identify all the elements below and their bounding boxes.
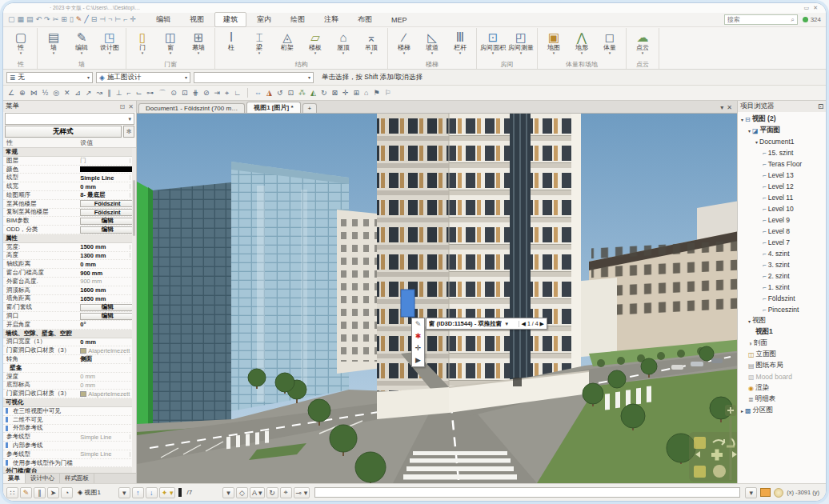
command-input[interactable] (314, 487, 740, 498)
tree-item-视图 (2)[interactable]: ▾⊟视图 (2) (738, 114, 826, 125)
ribbon-button-楼板[interactable]: ▱楼板▾ (302, 29, 329, 56)
tab-编辑[interactable]: 编辑 (147, 12, 179, 27)
ribbon-button-栏杆[interactable]: Ⅲ栏杆▾ (447, 29, 474, 56)
new-icon[interactable]: ▢ (8, 16, 15, 23)
snap-icon-11[interactable]: ⊥ (116, 90, 122, 97)
property-row-2[interactable]: 颜色 (3, 166, 136, 174)
properties-scrollbar[interactable] (132, 148, 136, 473)
cursor-icon[interactable]: ➤ (47, 487, 59, 498)
property-row-13[interactable]: 轴线距离0 mm (3, 260, 136, 269)
offset-icon[interactable]: ⌐ (123, 16, 127, 23)
tree-item-分区图[interactable]: ▸▩分区图 (738, 405, 826, 416)
doc-tab-Document1 - Földszint (700 m…[interactable]: Document1 - Földszint (700 m… (138, 103, 245, 113)
snap-target-icon[interactable]: ⌖ (280, 487, 292, 498)
ribbon-button-柱[interactable]: Ⅰ柱 (218, 29, 245, 52)
ribbon-button-设计图[interactable]: ◳设计图▾ (96, 29, 123, 56)
panel-tab-设计中心[interactable]: 设计中心 (26, 474, 60, 483)
stretch-icon[interactable]: ⇔ (254, 90, 262, 97)
edit-button[interactable]: 编辑 (80, 313, 134, 320)
doc-tab-视图1 [图片] *[interactable]: 视图1 [图片] * (246, 102, 300, 113)
snap-icon-16[interactable]: ⊙ (170, 90, 177, 97)
pin-icon[interactable]: ⊡ (120, 103, 126, 110)
viewport-menu-icon[interactable]: ▾ (720, 104, 723, 111)
print-icon[interactable]: ▤ (26, 16, 34, 23)
restore-icon[interactable]: ▭ (804, 5, 810, 11)
ribbon-button-墙[interactable]: ▤墙▾ (40, 29, 67, 56)
ribbon-button-点云[interactable]: ☁点云▾ (629, 29, 656, 56)
property-row-22[interactable]: 洞口宽度（1）0 mm (3, 338, 136, 347)
tab-布图[interactable]: 布图 (349, 12, 381, 27)
close-window-icon[interactable]: ✕ (813, 5, 818, 11)
property-row-28[interactable]: 门窗洞口收口材质（3）Alapértelmezett (3, 390, 136, 398)
tree-item-Level 9[interactable]: ⌐Level 9 (738, 214, 826, 226)
property-row-20[interactable]: 开启角度0° (3, 321, 136, 330)
mirror-icon[interactable]: ◮ (266, 90, 272, 97)
flag-b-icon[interactable]: ⚐ (385, 90, 391, 97)
property-row-23[interactable]: 门窗洞口收口材质（3）Alapértelmezett (3, 346, 136, 355)
notification-count[interactable]: 324 (811, 16, 821, 23)
property-row-25[interactable]: 壁龛 (3, 364, 136, 373)
viewport-close-icon[interactable]: ✕ (727, 104, 732, 111)
tree-item-平面图[interactable]: ▾◪平面图 (738, 125, 826, 136)
tree-item-Mood board[interactable]: ▧Mood board (738, 371, 826, 382)
viewport-3d-canvas[interactable]: ✎✱✛▶ 窗 (ID3D:11544) - 双推拉窗 ▼ ◀ 1 / 4 ▶ (137, 114, 737, 483)
tab-MEP[interactable]: MEP (382, 14, 416, 26)
style-dropdown[interactable]: ▾ (222, 487, 234, 498)
property-row-27[interactable]: 底部标高0 mm (3, 382, 136, 390)
property-row-6[interactable]: 至其他楼层Földszint (3, 200, 136, 209)
tree-item-Level 12[interactable]: ⌐Level 12 (738, 181, 826, 192)
snap-icon-4[interactable]: ½ (42, 90, 49, 97)
search-box[interactable]: ⌕ (724, 14, 798, 25)
property-row-30[interactable]: 在三维视图中可见 (3, 407, 136, 416)
snap-icon-6[interactable]: ✕ (64, 90, 70, 97)
property-row-33[interactable]: 参考线型Simple Line▾ (3, 433, 136, 442)
snap-icon-8[interactable]: ↗ (86, 90, 92, 97)
tab-视图[interactable]: 视图 (181, 12, 213, 27)
hand-tool-icon[interactable]: ✎ (20, 487, 32, 498)
tree-item-1. szint[interactable]: ⌐1. szint (738, 282, 826, 293)
link-icon[interactable]: ⊸ ▾ (294, 487, 310, 498)
snap-icon-15[interactable]: ⌒ (158, 90, 166, 97)
ribbon-button-性[interactable]: ▢性▾ (7, 29, 34, 56)
ribbon-button-门[interactable]: ▯门▾ (129, 29, 156, 56)
join-icon[interactable]: ⊣ (99, 16, 106, 23)
trim-icon[interactable]: ¬ (108, 16, 112, 23)
gear-icon[interactable]: ✻ (123, 126, 134, 138)
move-handle-icon[interactable]: ✛ (415, 344, 422, 353)
property-row-19[interactable]: 洞口编辑 (3, 312, 136, 321)
paste-icon[interactable]: ▯ (70, 16, 74, 23)
property-row-26[interactable]: 深度0 mm (3, 373, 136, 382)
ribbon-button-吊顶[interactable]: ⌅吊顶▾ (358, 29, 385, 56)
extend-icon[interactable]: ⊢ (114, 16, 121, 23)
level-up-icon[interactable]: ↑ (132, 487, 144, 498)
save-icon[interactable]: ▦ (18, 16, 25, 23)
expander-icon[interactable]: ▾ (748, 128, 751, 134)
ribbon-button-幕墙[interactable]: ⊞幕墙▾ (185, 29, 212, 56)
tree-item-Level 13[interactable]: ⌐Level 13 (738, 170, 826, 181)
home-icon[interactable]: ⌂ (364, 90, 368, 97)
edit-pencil-icon[interactable]: ✎ (415, 320, 422, 329)
ribbon-button-窗[interactable]: ◫窗▾ (157, 29, 184, 56)
tree-item-Level 8[interactable]: ⌐Level 8 (738, 226, 826, 237)
tree-item-Teras Floor[interactable]: ⌐Teras Floor (738, 158, 826, 170)
property-row-16[interactable]: 洞顶标高1600 mm (3, 286, 136, 295)
scale-icon[interactable]: ⊡ (287, 90, 294, 97)
edit-button[interactable]: 编辑 (80, 226, 134, 234)
eraser-icon[interactable]: ⊟ (91, 16, 98, 23)
hatch-lines-icon[interactable]: ∥ (34, 487, 46, 498)
tree-item-Level 7[interactable]: ⌐Level 7 (738, 237, 826, 248)
property-row-24[interactable]: 转角侧面▾ (3, 355, 136, 364)
panel-tab-样式面板[interactable]: 样式面板 (60, 474, 94, 483)
redo-icon[interactable]: ↷ (44, 16, 50, 23)
style-select[interactable]: ▾ (5, 113, 134, 125)
selection-dropdown-icon[interactable]: ▼ (504, 322, 509, 326)
sun-settings-button[interactable] (774, 488, 783, 498)
snap-icon-19[interactable]: ⊘ (203, 90, 210, 97)
property-row-15[interactable]: 外窗台高度.900 mm (3, 278, 136, 286)
tree-item-剖面[interactable]: ◑剖面 (738, 338, 826, 349)
multiply-icon[interactable]: ⁂ (298, 90, 306, 97)
viewport-3d-scene[interactable] (137, 114, 737, 483)
snap-icon-18[interactable]: ⋕ (192, 90, 198, 97)
rotate-ccw-icon[interactable]: ↺ (277, 90, 283, 97)
snap-icon-12[interactable]: ⌐ (127, 90, 131, 97)
